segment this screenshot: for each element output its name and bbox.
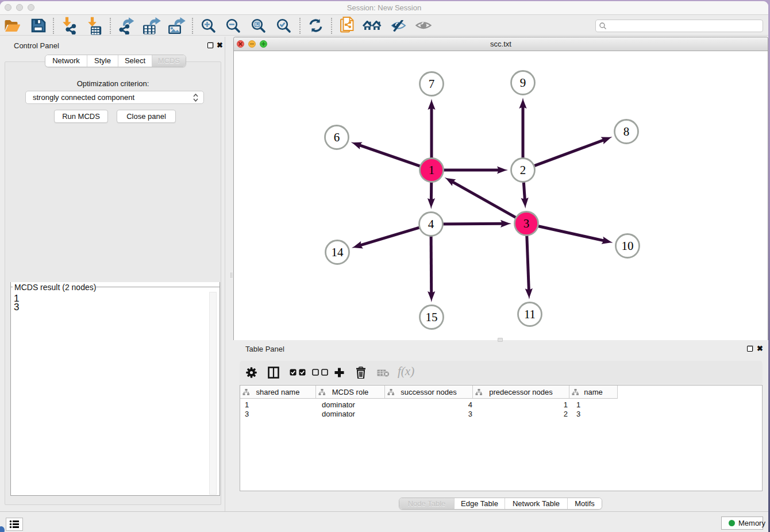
- svg-text:10: 10: [622, 239, 634, 253]
- svg-text:6: 6: [334, 130, 340, 144]
- svg-text:1: 1: [429, 163, 435, 177]
- svg-text:3: 3: [523, 217, 530, 230]
- svg-text:4: 4: [428, 217, 434, 231]
- svg-text:8: 8: [623, 125, 630, 138]
- svg-text:11: 11: [524, 307, 536, 321]
- svg-text:9: 9: [520, 76, 526, 90]
- svg-text:14: 14: [332, 245, 344, 259]
- svg-text:2: 2: [520, 163, 526, 177]
- svg-text:7: 7: [429, 77, 435, 91]
- svg-text:15: 15: [426, 310, 438, 324]
